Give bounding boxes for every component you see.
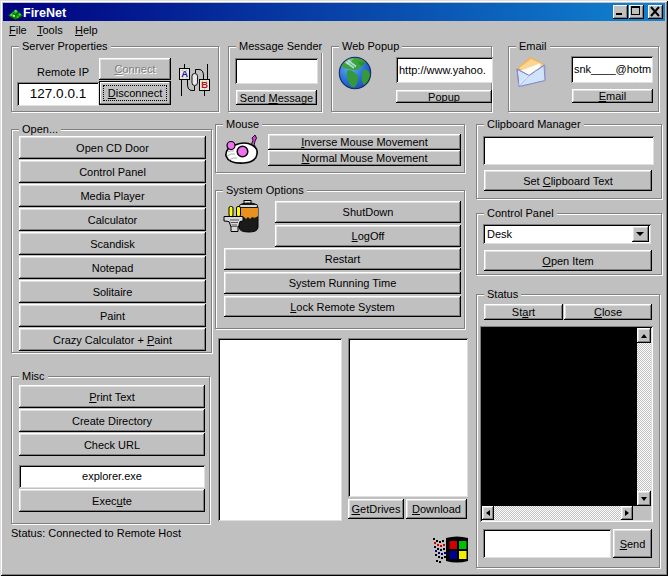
svg-text:B: B xyxy=(201,79,208,90)
svg-text:A: A xyxy=(181,68,188,79)
